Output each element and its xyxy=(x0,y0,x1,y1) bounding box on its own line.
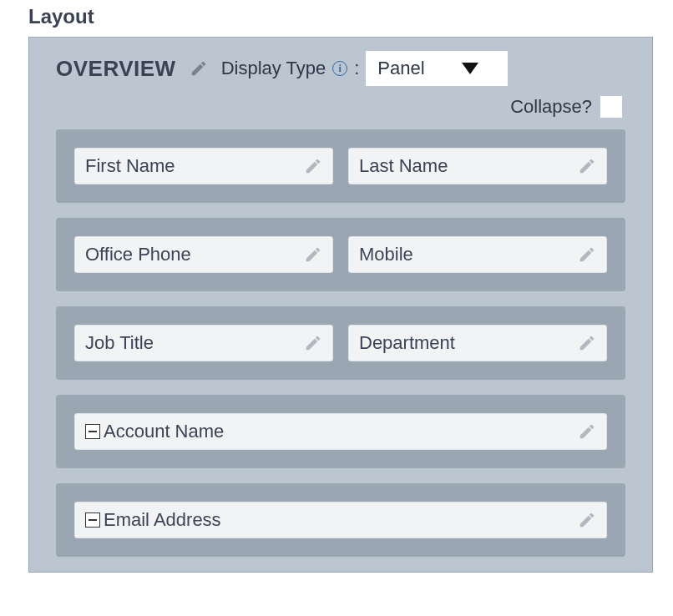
minus-box-icon xyxy=(85,424,100,439)
collapse-checkbox[interactable] xyxy=(600,96,622,118)
field-row: Office PhoneMobile xyxy=(56,218,625,291)
pencil-icon[interactable] xyxy=(304,157,322,175)
chevron-down-icon xyxy=(462,63,478,74)
field-label: First Name xyxy=(85,155,304,177)
field-slot[interactable]: Last Name xyxy=(348,148,607,184)
field-slot[interactable]: Email Address xyxy=(74,502,607,538)
field-label: Account Name xyxy=(104,421,578,442)
field-slot[interactable]: Mobile xyxy=(348,236,607,273)
field-row: Job TitleDepartment xyxy=(56,306,625,380)
minus-box-icon xyxy=(85,512,100,528)
page-title: Layout xyxy=(28,5,653,28)
pencil-icon[interactable] xyxy=(578,157,596,175)
field-label: Last Name xyxy=(359,155,578,177)
pencil-icon[interactable] xyxy=(578,245,596,264)
field-row: First NameLast Name xyxy=(56,129,625,203)
field-slot[interactable]: Job Title xyxy=(74,325,333,361)
field-label: Mobile xyxy=(359,244,578,265)
field-rows: First NameLast NameOffice PhoneMobileJob… xyxy=(56,129,625,557)
field-row: Account Name xyxy=(56,395,625,468)
edit-section-icon[interactable] xyxy=(190,59,208,78)
field-label: Job Title xyxy=(85,332,304,354)
pencil-icon[interactable] xyxy=(578,422,596,441)
section-header: OVERVIEW Display Type i : Panel xyxy=(56,51,625,86)
display-type-value: Panel xyxy=(377,58,424,79)
field-slot[interactable]: Account Name xyxy=(74,413,607,450)
pencil-icon[interactable] xyxy=(304,245,322,264)
field-slot[interactable]: Office Phone xyxy=(74,236,333,273)
info-icon[interactable]: i xyxy=(332,61,347,76)
pencil-icon[interactable] xyxy=(578,334,596,352)
pencil-icon[interactable] xyxy=(304,334,322,352)
field-row: Email Address xyxy=(56,483,625,557)
colon: : xyxy=(354,58,359,79)
field-label: Office Phone xyxy=(85,244,304,265)
field-label: Department xyxy=(359,332,578,354)
field-slot[interactable]: Department xyxy=(348,325,607,361)
layout-panel: OVERVIEW Display Type i : Panel Collapse… xyxy=(28,37,653,573)
field-slot[interactable]: First Name xyxy=(74,148,333,184)
display-type-label: Display Type xyxy=(221,58,326,79)
field-label: Email Address xyxy=(104,509,578,531)
section-title: OVERVIEW xyxy=(56,56,176,82)
collapse-label: Collapse? xyxy=(510,96,592,118)
pencil-icon[interactable] xyxy=(578,511,596,529)
display-type-select[interactable]: Panel xyxy=(366,51,508,86)
